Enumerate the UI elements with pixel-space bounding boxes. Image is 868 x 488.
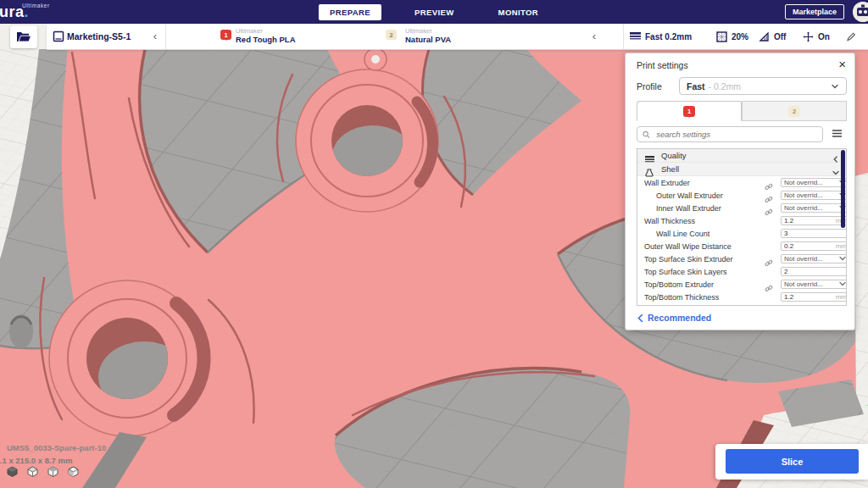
open-file-button[interactable] — [10, 25, 37, 48]
setting-dropdown[interactable]: Not overrid... — [781, 203, 847, 214]
view-orientation-controls — [7, 466, 79, 477]
extruder-1-material: Red Tough PLA — [236, 35, 296, 44]
setting-value-field[interactable]: 2 — [781, 267, 847, 277]
extruder-tab-badge: 2 — [788, 106, 800, 117]
model-name-label: UMS5_0033-Spare-part-10 — [7, 443, 106, 452]
recommended-mode-link[interactable]: Recommended — [637, 313, 711, 323]
logo-product-text: ura. — [0, 3, 29, 21]
setting-value-field[interactable]: 0.2mm — [781, 241, 847, 252]
model-dimensions-label: 215.1 x 215.0 x 8.7 mm — [0, 456, 72, 465]
extruder-2-badge: 2 — [386, 30, 397, 40]
top-header-bar: Ultimaker ura. PREPAREPREVIEWMONITOR Mar… — [0, 0, 868, 24]
logo-dot: . — [25, 3, 30, 20]
setting-row-wall-line-count[interactable]: Wall Line Count3 — [637, 227, 846, 240]
setting-dropdown[interactable]: Not overrid... — [781, 178, 847, 188]
setting-row-inner-wall-extruder[interactable]: Inner Wall ExtruderNot overrid... — [637, 202, 846, 214]
profile-layers-icon — [630, 31, 641, 42]
close-panel-icon[interactable]: × — [838, 57, 846, 71]
extruder-1-brand: Ultimaker — [236, 27, 296, 35]
support-icon — [759, 31, 770, 42]
view-front-icon[interactable] — [27, 466, 38, 477]
chevron-down-icon — [838, 254, 847, 263]
setting-row-wall-extruder[interactable]: Wall ExtruderNot overrid... — [637, 176, 846, 189]
chevron-down-icon — [838, 280, 847, 288]
extruder-2-material: Natural PVA — [405, 35, 451, 44]
chevron-left-icon — [637, 313, 644, 323]
stage-tabs: PREPAREPREVIEWMONITOR — [319, 0, 549, 24]
panel-title: Print settings — [637, 60, 688, 70]
printer-selector[interactable]: Marketing-S5-1 ‹ — [47, 24, 165, 49]
setting-dropdown[interactable]: Not overrid... — [781, 191, 847, 201]
panel-extruder-tab-1[interactable]: 1 — [637, 101, 742, 121]
panel-extruder-tab-2[interactable]: 2 — [742, 101, 847, 121]
stage-tab-monitor[interactable]: MONITOR — [487, 4, 549, 20]
view-side-icon[interactable] — [68, 466, 79, 477]
search-icon — [643, 130, 650, 139]
profile-dropdown[interactable]: Fast - 0.2mm — [679, 77, 847, 95]
shell-icon — [645, 169, 654, 177]
offplate-right-sliver — [854, 173, 868, 408]
setting-row-clipped — [637, 303, 846, 306]
cura-app-window: UMS5_0033-Spare-part-10 215.1 x 215.0 x … — [0, 0, 868, 488]
model-eyelet — [364, 49, 387, 70]
marketplace-button[interactable]: Marketplace — [785, 4, 844, 19]
print-settings-panel: Print settings × Profile Fast - 0.2mm 12… — [625, 53, 855, 330]
category-quality[interactable]: Quality — [637, 149, 846, 163]
adhesion-icon — [803, 31, 814, 42]
settings-filter-icon[interactable] — [832, 128, 843, 139]
slice-action-card: Slice — [715, 444, 868, 480]
setting-value-field[interactable]: 1.2mm — [781, 292, 847, 302]
model-small-hole — [9, 314, 33, 348]
layers-icon — [645, 155, 654, 164]
extruder-2-brand: Ultimaker — [405, 27, 451, 35]
setting-row-top-bottom-extruder[interactable]: Top/Bottom ExtruderNot overrid... — [637, 278, 846, 291]
stage-tab-prepare[interactable]: PREPARE — [319, 4, 381, 20]
print-settings-summary[interactable]: Fast 0.2mm 20% Off — [623, 24, 868, 49]
infill-icon — [716, 31, 727, 42]
settings-search-box[interactable] — [637, 126, 823, 142]
extruder-2-config[interactable]: 2 Ultimaker Natural PVA ‹ — [373, 24, 606, 49]
view-top-icon[interactable] — [47, 466, 58, 477]
setting-row-top-bottom-thickness[interactable]: Top/Bottom Thickness1.2mm — [637, 291, 846, 303]
account-avatar[interactable] — [853, 2, 868, 22]
profile-value: Fast — [687, 81, 705, 92]
search-input[interactable] — [654, 129, 817, 140]
model-boss-upper — [296, 69, 438, 212]
view-3d-icon[interactable] — [7, 466, 18, 477]
extruder-1-badge: 1 — [220, 30, 231, 40]
profile-suffix: - 0.2mm — [709, 81, 742, 92]
setting-dropdown[interactable]: Not overrid... — [781, 254, 847, 264]
slice-button[interactable]: Slice — [726, 449, 859, 474]
edit-settings-pencil-icon[interactable] — [846, 31, 856, 42]
settings-scrollbar[interactable] — [841, 150, 845, 228]
summary-adhesion: On — [818, 32, 830, 42]
robot-avatar-icon — [853, 2, 868, 22]
summary-infill: 20% — [732, 32, 748, 42]
extruder-tab-badge: 1 — [683, 106, 695, 117]
configuration-toolbar: Marketing-S5-1 ‹ 1 Ultimaker Red Tough P… — [47, 24, 868, 50]
printer-collapse-chevron[interactable]: ‹ — [153, 30, 157, 42]
setting-row-wall-thickness[interactable]: Wall Thickness1.2mm — [637, 214, 846, 227]
model-boss-lower — [49, 280, 205, 436]
setting-dropdown[interactable]: Not overrid... — [781, 280, 847, 290]
setting-row-outer-wall-extruder[interactable]: Outer Wall ExtruderNot overrid... — [637, 189, 846, 202]
extruder-1-config[interactable]: 1 Ultimaker Red Tough PLA — [165, 24, 373, 49]
printer-name: Marketing-S5-1 — [67, 31, 131, 42]
chevron-down-icon — [831, 82, 839, 91]
extruder-collapse-chevron[interactable]: ‹ — [593, 30, 596, 42]
setting-row-top-surface-skin-layers[interactable]: Top Surface Skin Layers2 — [637, 265, 846, 278]
profile-label: Profile — [637, 81, 662, 92]
summary-support: Off — [774, 32, 786, 42]
setting-row-top-surface-skin-extruder[interactable]: Top Surface Skin ExtruderNot overrid... — [637, 252, 846, 265]
summary-profile: Fast 0.2mm — [645, 32, 692, 42]
open-folder-icon — [16, 30, 31, 43]
printer-icon — [53, 30, 64, 42]
setting-value-field[interactable]: 1.2mm — [781, 216, 847, 226]
stage-tab-preview[interactable]: PREVIEW — [403, 4, 465, 20]
category-shell[interactable]: Shell — [637, 163, 846, 176]
setting-row-outer-wall-wipe-distance[interactable]: Outer Wall Wipe Distance0.2mm — [637, 240, 846, 252]
setting-value-field[interactable]: 3 — [781, 229, 847, 239]
panel-extruder-tabs: 12 — [637, 101, 847, 121]
setting-value-field — [781, 305, 847, 307]
settings-list: QualityShellWall ExtruderNot overrid...O… — [637, 148, 847, 306]
